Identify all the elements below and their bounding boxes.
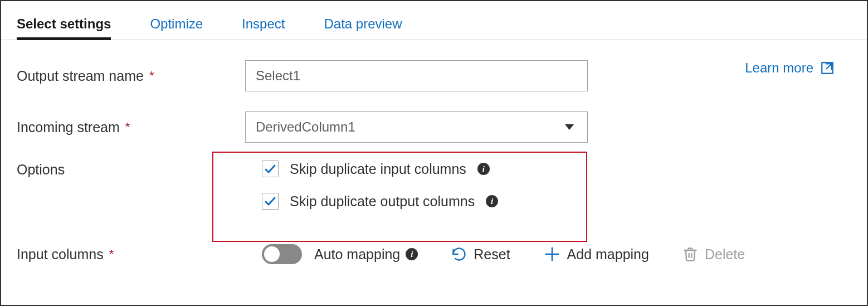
label-skip-input: Skip duplicate input columns xyxy=(290,161,466,177)
label-options-text: Options xyxy=(17,162,65,178)
row-options: Options Skip duplicate input columns i S… xyxy=(17,159,851,215)
row-incoming-stream: Incoming stream * DerivedColumn1 xyxy=(17,111,851,143)
label-auto-mapping: Auto mapping xyxy=(314,246,400,263)
row-output-stream: Output stream name * xyxy=(17,60,851,91)
learn-more-label: Learn more xyxy=(745,60,813,76)
auto-mapping-group: Auto mapping i xyxy=(314,246,418,263)
chevron-down-icon xyxy=(565,124,574,130)
incoming-stream-value: DerivedColumn1 xyxy=(256,119,355,135)
option-skip-output-row: Skip duplicate output columns i xyxy=(262,193,498,210)
checkbox-skip-input[interactable] xyxy=(262,161,279,177)
learn-more-link[interactable]: Learn more xyxy=(745,60,835,76)
tab-strip: Select settings Optimize Inspect Data pr… xyxy=(1,1,867,40)
info-icon[interactable]: i xyxy=(486,195,498,207)
info-icon[interactable]: i xyxy=(406,248,418,260)
info-icon[interactable]: i xyxy=(477,163,490,175)
tab-data-preview[interactable]: Data preview xyxy=(324,6,402,40)
checkbox-skip-output[interactable] xyxy=(262,193,279,210)
delete-button: Delete xyxy=(682,246,745,263)
toggle-knob xyxy=(264,246,280,262)
add-mapping-button[interactable]: Add mapping xyxy=(544,246,649,263)
tab-optimize[interactable]: Optimize xyxy=(150,6,203,40)
label-input-columns: Input columns * xyxy=(17,246,245,263)
trash-icon xyxy=(682,246,698,262)
option-skip-input-row: Skip duplicate input columns i xyxy=(262,161,498,177)
label-output-stream-text: Output stream name xyxy=(17,68,144,84)
tab-select-settings[interactable]: Select settings xyxy=(17,6,111,40)
required-asterisk: * xyxy=(125,120,130,134)
label-incoming-stream-text: Incoming stream xyxy=(17,119,120,135)
label-delete: Delete xyxy=(705,246,745,263)
label-incoming-stream: Incoming stream * xyxy=(17,119,245,135)
plus-icon xyxy=(544,246,560,263)
reset-icon xyxy=(451,246,467,262)
label-add-mapping: Add mapping xyxy=(567,246,649,263)
tab-inspect[interactable]: Inspect xyxy=(242,6,285,40)
incoming-stream-select[interactable]: DerivedColumn1 xyxy=(245,111,588,143)
open-external-icon xyxy=(820,61,835,75)
row-input-columns: Input columns * Auto mapping i xyxy=(17,244,851,264)
label-reset: Reset xyxy=(474,246,510,263)
required-asterisk: * xyxy=(149,69,154,83)
label-output-stream: Output stream name * xyxy=(17,68,245,84)
label-input-columns-text: Input columns xyxy=(17,246,104,263)
output-stream-input[interactable] xyxy=(245,60,588,91)
form-body: Learn more Output stream name * Inc xyxy=(1,40,867,269)
required-asterisk: * xyxy=(109,247,114,261)
reset-button[interactable]: Reset xyxy=(451,246,510,263)
label-options: Options xyxy=(17,159,245,178)
label-skip-output: Skip duplicate output columns xyxy=(290,193,475,210)
toggle-auto-mapping[interactable] xyxy=(262,244,302,264)
select-settings-panel: Select settings Optimize Inspect Data pr… xyxy=(0,0,868,306)
